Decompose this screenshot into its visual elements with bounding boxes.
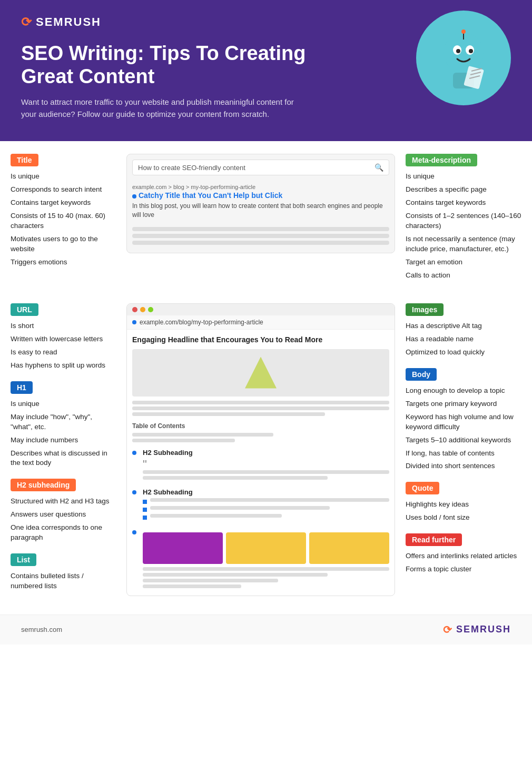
meta-desc-items: Is unique Describes a specific page Cont… [406,172,521,280]
bullet-row [143,506,389,512]
browser-dot-yellow [140,307,145,312]
url-section: URL Is short Written with lowercase lett… [11,303,116,371]
list-item: Calls to action [406,271,521,281]
url-text: example.com/blog/my-top-performing-artic… [140,319,263,326]
h1-items: Is unique May include "how", "why", "wha… [11,399,116,468]
h2-label: H2 subheading [11,479,76,491]
footer-logo: ⟳ SEMRUSH [443,623,511,636]
toc-section: Table of Contents [132,422,389,442]
list-item: Structured with H2 and H3 tags [11,497,116,507]
bottom-images-block [132,528,389,590]
read-further-items: Offers and interlinks related articles F… [406,551,521,574]
title-section: Title Is unique Corresponds to search in… [11,154,121,291]
list-item: Contains target keywords [406,198,521,208]
images-label: Images [406,303,444,316]
serp-result: example.com > blog > my-top-performing-a… [132,181,389,223]
read-further-label: Read further [406,533,462,546]
quote-items: Highlights key ideas Uses bold / font si… [406,500,521,523]
gray-lines [132,227,389,245]
title-label: Title [11,154,38,166]
list-item: Target an emotion [406,257,521,267]
list-item: May include numbers [11,435,116,445]
footer-url: semrush.com [21,626,62,633]
list-item: Written with lowercase letters [11,334,116,344]
header: ⟳ SEMRUSH SEO Writing: Tips To Creating … [0,0,532,141]
header-illustration [416,11,511,105]
content-line [150,514,282,518]
h1-label: H1 [11,381,33,394]
browser-dots [127,304,395,315]
bottom-dot [132,530,136,534]
browser-dot-green [148,307,153,312]
logo-text: SEMRUSH [36,15,101,29]
gray-line [132,234,389,238]
images-items: Has a descriptive Alt tag Has a readable… [406,321,521,358]
article-mock: Engaging Headline that Encourages You to… [127,330,395,595]
h2-dot-2 [132,490,136,494]
body-section: Body Long enough to develop a topic Targ… [406,368,521,471]
list-item: Is easy to read [11,348,116,358]
center-article-section: example.com/blog/my-top-performing-artic… [121,303,400,601]
images-section: Images Has a descriptive Alt tag Has a r… [406,303,521,358]
list-item: Motivates users to go to the website [11,234,116,254]
logo-icon: ⟳ [21,15,32,29]
content-line [132,439,235,442]
serp-browser-mock: How to create SEO-friendly content 🔍 exa… [126,154,395,253]
url-bar: example.com/blog/my-top-performing-artic… [127,315,395,330]
serp-breadcrumb: example.com > blog > my-top-performing-a… [132,184,389,190]
footer: semrush.com ⟳ SEMRUSH [0,615,532,645]
quote-section: Quote Highlights key ideas Uses bold / f… [406,482,521,523]
gray-line [132,241,389,245]
browser-dot-red [132,307,137,312]
list-items: Contains bulleted lists / numbered lists [11,571,116,591]
svg-point-3 [456,49,460,53]
body-label: Body [406,368,437,381]
list-item: May include "how", "why", "what", etc. [11,412,116,432]
content-line [150,498,389,502]
list-item: Consists of 1–2 sentences (140–160 chara… [406,211,521,231]
content-line [143,567,389,571]
gray-line [132,227,389,231]
list-item: One idea corresponds to one paragraph [11,523,116,543]
bullet-1 [143,500,147,504]
image-card-3 [309,532,389,564]
h2-block-2: H2 Subheading [132,488,389,522]
meta-desc-label: Meta-description [406,154,477,166]
h2-subheading-2: H2 Subheading [143,488,389,496]
list-item: Contains bulleted lists / numbered lists [11,571,116,591]
content-line [132,433,273,437]
right-sections: Images Has a descriptive Alt tag Has a r… [400,303,521,601]
content-line [132,407,389,410]
search-text: How to create SEO-friendly content [138,164,375,172]
list-item: Has hyphens to split up words [11,361,116,371]
content-line [143,470,389,474]
left-sections: URL Is short Written with lowercase lett… [11,303,121,601]
list-item: Forms a topic cluster [406,564,521,574]
bullet-row [143,498,389,504]
page-title: SEO Writing: Tips To Creating Great Cont… [21,42,316,88]
list-item: Divided into short sentences [406,461,521,471]
list-item: Is unique [11,172,116,182]
list-item: Consists of 15 to 40 (max. 60) character… [11,211,116,231]
title-items: Is unique Corresponds to search intent C… [11,172,116,267]
center-serp-section: How to create SEO-friendly content 🔍 exa… [121,154,400,291]
list-item: Has a readable name [406,334,521,344]
list-item: Optimized to load quickly [406,348,521,358]
list-item: Is not necessarily a sentence (may inclu… [406,234,521,254]
list-item: Describes what is discussed in the text … [11,449,116,469]
article-image [132,349,389,397]
page-subtitle: Want to attract more traffic to your web… [21,96,300,120]
url-dot [132,320,136,324]
list-item: If long, has table of contents [406,449,521,459]
toc-label: Table of Contents [132,422,389,430]
body-items: Long enough to develop a topic Targets o… [406,386,521,471]
list-item: Is unique [406,172,521,182]
serp-title: Catchy Title that You Can't Help but Cli… [139,191,282,200]
list-item: Targets 5–10 additional keywords [406,435,521,445]
image-card-1 [143,532,223,564]
list-item: Answers user questions [11,510,116,520]
list-item: Offers and interlinks related articles [406,551,521,561]
h2-subheading-1: H2 Subheading [143,449,389,457]
list-item: Keyword has high volume and low keyword … [406,412,521,432]
h2-section: H2 subheading Structured with H2 and H3 … [11,479,116,543]
